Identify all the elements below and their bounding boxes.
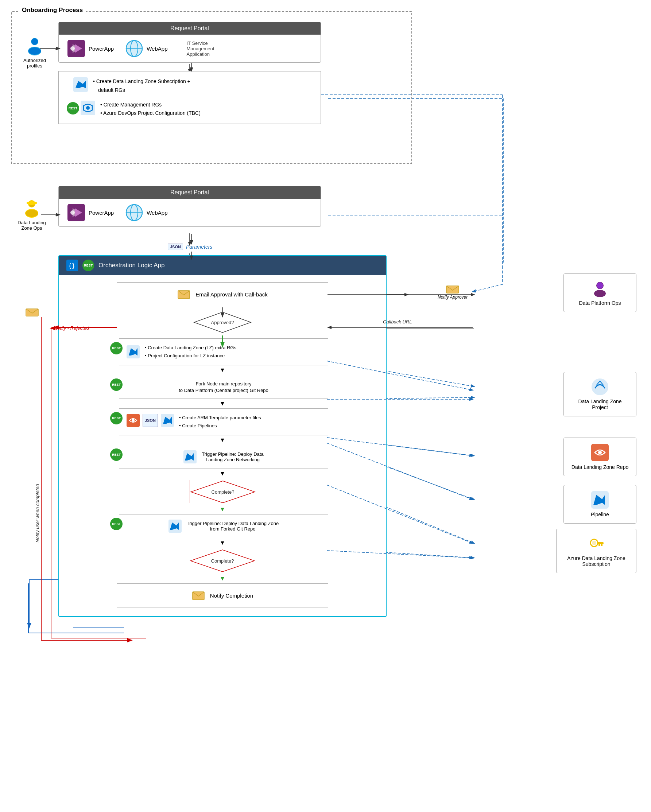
notify-rejected-email-icon [26, 307, 39, 317]
powerapp-icon-2 [67, 204, 85, 221]
svg-point-47 [26, 210, 38, 217]
pipeline-icon-box [591, 491, 609, 509]
flow-arrow-4: ▼ [59, 470, 386, 477]
rest-badge-2: REST [110, 342, 122, 354]
create-rgs-container: REST • Create Data Landing Zone (LZ) ext… [117, 338, 328, 365]
top-request-portal: Request Portal PowerApp [58, 22, 321, 63]
pipeline-icon-networking [183, 450, 197, 463]
pipeline-box: Pipeline [564, 485, 636, 524]
svg-line-109 [473, 284, 503, 292]
pipeline-icon-forked [168, 520, 182, 533]
trigger-networking-label: Trigger Pipeline: Deploy Data Landing Zo… [202, 452, 263, 462]
approved-diamond: Approved? [193, 311, 252, 333]
powerapp-group-top: PowerApp [67, 40, 114, 57]
onboarding-label: Onboarding Process [19, 6, 86, 14]
notify-user-label: Notify user when completed [35, 484, 40, 542]
arm-text: • Create ARM Template parameter files • … [179, 414, 261, 430]
powerapp-icon-top [67, 40, 85, 57]
svg-text:Approved?: Approved? [211, 320, 234, 325]
azure-devops-icon-2 [81, 101, 95, 115]
arm-git-icon [127, 414, 140, 427]
flow-arrow-5: ▼ [59, 506, 386, 513]
rest-badge-orchestration: REST [83, 259, 94, 271]
notify-completion-icon [192, 589, 205, 602]
svg-point-78 [598, 451, 602, 454]
dlz-project-icon [591, 378, 609, 395]
complete1-diamond-container: Complete? [189, 480, 255, 503]
section2-request-portal: Request Portal PowerApp WebApp [58, 186, 321, 227]
webapp-group-2: WebApp [125, 204, 167, 221]
svg-rect-83 [601, 544, 602, 546]
azure-dlz-subscription-box: Azure Data Landing Zone Subscription [556, 529, 636, 573]
authorized-person-icon [25, 37, 44, 55]
data-landing-zone-repo-label: Data Landing Zone Repo [572, 464, 628, 470]
notify-completion-label: Notify Completion [210, 592, 253, 599]
section2-portal-content: PowerApp WebApp [59, 199, 321, 226]
section2-portal-header: Request Portal [59, 186, 321, 199]
svg-rect-84 [599, 544, 600, 546]
flow-arrow-6: ▼ [59, 540, 386, 546]
rest-badge-1: REST [67, 102, 79, 114]
step1-text: • Create Data Landing Zone Subscription … [93, 77, 190, 95]
flow-arrow-7: ▼ [59, 575, 386, 582]
fork-node-container: REST Fork Node main repository to Data P… [117, 375, 328, 399]
notify-approver-label: Notify Approver [438, 295, 468, 300]
webapp-icon-top [125, 40, 143, 57]
step2-text: • Create Management RGs • Azure DevOps P… [100, 101, 200, 118]
svg-point-43 [86, 106, 90, 110]
pipeline-label: Pipeline [591, 511, 609, 517]
notify-rejected-email-container [26, 307, 39, 319]
fork-node-label: Fork Node main repository to Data Platfo… [179, 381, 268, 393]
dlz-ops-label: Data Landing Zone Ops [15, 220, 48, 231]
flow-arrow-3: ▼ [59, 437, 386, 443]
email-approval-box: Email Approval with Call-back [117, 282, 328, 306]
top-portal-header: Request Portal [59, 22, 321, 35]
svg-point-75 [597, 282, 603, 289]
authorized-person: Authorized profiles [18, 37, 51, 69]
svg-point-33 [31, 38, 38, 45]
rest-badge-4: REST [110, 412, 122, 424]
svg-text:Complete?: Complete? [211, 489, 234, 495]
data-landing-zone-repo-box: Data Landing Zone Repo [564, 438, 636, 476]
azure-dlz-subscription-label: Azure Data Landing Zone Subscription [562, 555, 630, 567]
azure-dlz-key-icon [588, 535, 605, 553]
webapp-icon-2 [125, 204, 143, 221]
flow-arrow-2: ▼ [59, 400, 386, 407]
complete2-diamond: Complete? [189, 549, 255, 572]
svg-point-63 [131, 419, 134, 422]
arm-template-container: REST JSON • Create ARM Template param [117, 408, 328, 435]
trigger-forked-container: REST Trigger Pipeline: Deploy Data Landi… [117, 514, 328, 538]
arm-template-box: JSON • Create ARM Template parameter fil… [119, 408, 328, 435]
notify-completion-box: Notify Completion [117, 583, 328, 607]
complete1-diamond: Complete? [190, 480, 256, 504]
webapp-label-top: WebApp [147, 46, 167, 52]
approved-diamond-container: Approved? [193, 311, 252, 333]
create-rgs-box: • Create Data Landing Zone (LZ) extra RG… [119, 338, 328, 365]
svg-text:Complete?: Complete? [211, 558, 234, 564]
json-badge: JSON [168, 244, 183, 250]
svg-rect-82 [597, 542, 604, 544]
trigger-forked-label: Trigger Pipeline: Deploy Data Landing Zo… [187, 520, 279, 532]
svg-point-36 [70, 46, 75, 51]
data-platform-ops-label: Data Platform Ops [579, 300, 621, 306]
data-platform-ops-icon [591, 280, 609, 297]
steps-box: • Create Data Landing Zone Subscription … [58, 71, 321, 124]
top-portal-content: PowerApp WebApp IT Service Management Ap… [59, 35, 321, 63]
svg-point-34 [29, 47, 41, 55]
dlz-person: Data Landing Zone Ops [15, 199, 48, 231]
data-landing-zone-project-label: Data Landing Zone Project [570, 398, 630, 410]
complete2-diamond-container: Complete? [189, 549, 255, 572]
params-container: JSON Parameters [168, 244, 212, 250]
orchestration-box: {} REST Orchestration Logic App Email Ap… [58, 255, 387, 617]
rest-badge-3: REST [110, 379, 122, 391]
azure-devops-icon-1 [73, 77, 88, 92]
webapp-label-2: WebApp [147, 210, 167, 216]
svg-point-74 [594, 290, 606, 297]
dlz-person-icon [22, 199, 41, 218]
flow-arrow-1: ▼ [59, 367, 386, 373]
notify-approver-container: Notify Approver [438, 284, 468, 300]
svg-rect-49 [27, 202, 37, 204]
params-label: Parameters [186, 244, 212, 250]
svg-text:{}: {} [68, 262, 75, 269]
arm-icons: JSON [127, 414, 174, 427]
